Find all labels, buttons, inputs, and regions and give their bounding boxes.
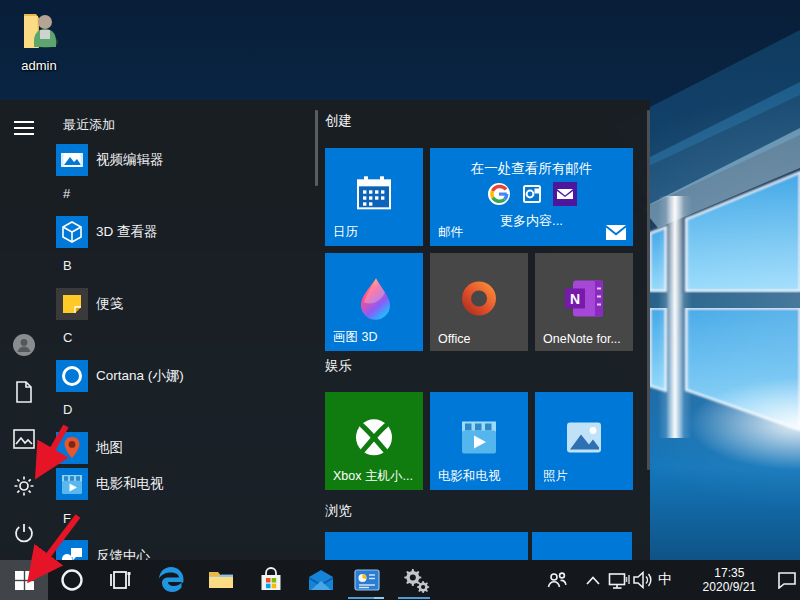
cortana-taskbar-button[interactable] — [56, 560, 88, 600]
tile-label: Office — [438, 332, 470, 346]
app-item-movies-tv[interactable]: 电影和电视 — [56, 464, 308, 504]
tile-paint3d[interactable]: 画图 3D — [325, 253, 423, 351]
app-item-label: 便笺 — [96, 295, 123, 313]
tile-group-title-entertainment: 娱乐 — [325, 357, 352, 375]
app-item-cortana[interactable]: Cortana (小娜) — [56, 356, 308, 396]
tile-label: OneNote for... — [543, 332, 621, 346]
tile-mail[interactable]: 在一处查看所有邮件 — [430, 148, 633, 246]
tiles-pane: 创建 日历 在一处查看所有邮件 — [325, 100, 650, 560]
tile-label: 画图 3D — [333, 329, 377, 346]
start-button[interactable] — [0, 560, 48, 600]
system-window-icon — [354, 569, 380, 591]
onenote-icon: N — [561, 276, 607, 320]
screen: admin — [0, 0, 800, 600]
user-account-button[interactable] — [10, 331, 38, 359]
running-indicator-active — [374, 597, 384, 599]
maps-icon — [56, 432, 88, 464]
tile-group-title-browse: 浏览 — [325, 502, 352, 520]
mail-promo-title: 在一处查看所有邮件 — [430, 160, 633, 178]
tile-xbox[interactable]: Xbox 主机小... — [325, 392, 423, 490]
applist-header-c[interactable]: C — [63, 330, 72, 345]
cortana-circle-icon — [60, 568, 84, 592]
tile-office[interactable]: Office — [430, 253, 528, 351]
documents-icon — [14, 381, 34, 403]
user-folder-icon — [16, 8, 62, 52]
start-menu-panel: 最近添加 视频编辑器 # 3D 查看器 B — [0, 100, 650, 560]
3d-viewer-icon — [56, 216, 88, 248]
app-item-maps[interactable]: 地图 — [56, 428, 308, 468]
calendar-icon — [351, 170, 397, 216]
tile-browse-partial[interactable] — [532, 532, 632, 560]
cortana-icon — [56, 360, 88, 392]
volume-icon — [632, 571, 654, 589]
clock-time: 17:35 — [714, 566, 744, 580]
windows-logo-icon — [15, 571, 34, 590]
app-item-label: 电影和电视 — [96, 475, 164, 493]
store-button[interactable] — [252, 560, 290, 600]
tile-onenote[interactable]: N OneNote for... — [535, 253, 633, 351]
tile-label: 照片 — [543, 468, 568, 485]
app-item-sticky-notes[interactable]: 便笺 — [56, 284, 308, 324]
photos-icon — [562, 415, 606, 459]
clock-date: 2020/9/21 — [703, 580, 756, 594]
tile-label: 日历 — [333, 224, 358, 241]
app-item-3d-viewer[interactable]: 3D 查看器 — [56, 212, 308, 252]
applist-header-d[interactable]: D — [63, 402, 72, 417]
network-button[interactable] — [606, 560, 632, 600]
documents-button[interactable] — [10, 378, 38, 406]
mail-promo-icons — [430, 182, 633, 206]
app-item-label: 3D 查看器 — [96, 223, 158, 241]
app-item-feedback-hub[interactable]: 反馈中心 — [56, 536, 308, 560]
tile-label: 邮件 — [438, 224, 463, 241]
yahoo-mail-icon — [553, 182, 577, 206]
menu-icon — [14, 120, 34, 136]
feedback-hub-icon — [56, 540, 88, 560]
applist-header-hash[interactable]: # — [63, 186, 70, 201]
movies-tv-icon — [56, 468, 88, 500]
tile-photos[interactable]: 照片 — [535, 392, 633, 490]
menu-hamburger-button[interactable] — [10, 114, 38, 142]
running-indicator — [398, 597, 430, 599]
office-icon — [457, 276, 501, 320]
taskbar-clock[interactable]: 17:35 2020/9/21 — [703, 560, 756, 600]
desktop-user-folder[interactable]: admin — [10, 8, 68, 73]
settings-button[interactable] — [10, 472, 38, 500]
user-avatar-icon — [12, 333, 36, 357]
action-center-icon — [777, 571, 797, 589]
app-item-label: 反馈中心 — [96, 547, 150, 560]
mail-taskbar-button[interactable] — [302, 560, 340, 600]
outlook-icon — [520, 182, 544, 206]
tray-chevron-button[interactable] — [582, 560, 604, 600]
tile-browse-wide-partial[interactable] — [325, 532, 528, 560]
xbox-icon — [351, 414, 397, 460]
action-center-button[interactable] — [774, 560, 800, 600]
ime-indicator[interactable]: 中 — [653, 560, 677, 600]
tile-label: Xbox 主机小... — [333, 468, 413, 485]
app-item-video-editor[interactable]: 视频编辑器 — [56, 140, 308, 180]
edge-button[interactable] — [152, 560, 190, 600]
applist-header-f[interactable]: F — [63, 511, 71, 526]
paint3d-icon — [352, 274, 396, 322]
tile-movies-tv[interactable]: 电影和电视 — [430, 392, 528, 490]
app-item-label: 地图 — [96, 439, 123, 457]
app-item-label: Cortana (小娜) — [96, 367, 184, 385]
pictures-button[interactable] — [10, 425, 38, 453]
tile-calendar[interactable]: 日历 — [325, 148, 423, 246]
task-view-button[interactable] — [104, 560, 136, 600]
mail-badge-icon — [606, 225, 626, 240]
people-button[interactable] — [544, 560, 570, 600]
mail-envelope-icon — [307, 569, 335, 591]
sticky-notes-icon — [56, 288, 88, 320]
gears-app-button[interactable] — [396, 560, 434, 600]
applist-scrollbar[interactable] — [315, 110, 318, 186]
power-icon — [13, 522, 35, 544]
system-app-button[interactable] — [350, 560, 384, 600]
file-explorer-button[interactable] — [202, 560, 240, 600]
edge-icon — [156, 565, 186, 595]
power-button[interactable] — [10, 519, 38, 547]
app-item-label: 视频编辑器 — [96, 151, 164, 169]
applist-header-recent: 最近添加 — [63, 116, 115, 134]
tiles-scrollbar[interactable] — [647, 110, 650, 470]
svg-text:N: N — [570, 291, 580, 307]
applist-header-b[interactable]: B — [63, 258, 72, 273]
